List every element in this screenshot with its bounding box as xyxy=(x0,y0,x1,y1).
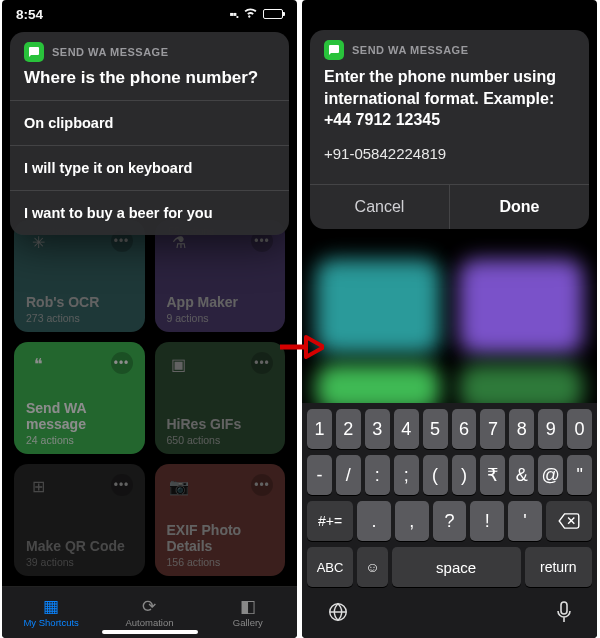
svg-rect-1 xyxy=(561,602,567,614)
key-7[interactable]: 7 xyxy=(480,409,505,449)
key-2[interactable]: 2 xyxy=(336,409,361,449)
more-icon[interactable]: ••• xyxy=(111,474,133,496)
key-abc[interactable]: ABC xyxy=(307,547,353,587)
key-8[interactable]: 8 xyxy=(509,409,534,449)
card-sub: 273 actions xyxy=(26,312,133,324)
arrow-icon xyxy=(278,335,324,359)
tab-label: My Shortcuts xyxy=(23,617,78,628)
cellular-icon: ▪▪. xyxy=(229,7,238,21)
key-5[interactable]: 5 xyxy=(423,409,448,449)
key-)[interactable]: ) xyxy=(452,455,477,495)
card-sub: 156 actions xyxy=(167,556,274,568)
gallery-icon: ◧ xyxy=(240,598,256,615)
card-title: EXIF Photo Details xyxy=(167,522,274,554)
key-@[interactable]: @ xyxy=(538,455,563,495)
key-'[interactable]: ' xyxy=(508,501,542,541)
status-icons: ▪▪. xyxy=(229,7,283,21)
status-time: 8:54 xyxy=(16,7,43,22)
key-/[interactable]: / xyxy=(336,455,361,495)
shortcuts-icon: ▦ xyxy=(43,598,59,615)
key-emoji[interactable]: ☺ xyxy=(357,547,388,587)
done-button[interactable]: Done xyxy=(450,185,589,229)
home-indicator[interactable] xyxy=(102,630,198,634)
card-sub: 24 actions xyxy=(26,434,133,446)
quote-icon: ❝ xyxy=(26,352,50,376)
gif-icon: ▣ xyxy=(167,352,191,376)
wifi-icon xyxy=(243,7,258,21)
more-icon[interactable]: ••• xyxy=(111,352,133,374)
key-9[interactable]: 9 xyxy=(538,409,563,449)
sheet-app-name: SEND WA MESSAGE xyxy=(352,44,469,56)
key-1[interactable]: 1 xyxy=(307,409,332,449)
sheet-app-name: SEND WA MESSAGE xyxy=(52,46,169,58)
automation-icon: ⟳ xyxy=(142,598,156,615)
keyboard: 1234567890 -/:;()₹&@" #+= .,?!' ABC ☺ sp… xyxy=(302,403,597,638)
key-backspace[interactable] xyxy=(546,501,592,541)
phone-input[interactable]: +91-05842224819 xyxy=(310,141,589,184)
camera-icon: 📷 xyxy=(167,474,191,498)
key-.[interactable]: . xyxy=(357,501,391,541)
phone-right: SEND WA MESSAGE Enter the phone number u… xyxy=(302,0,597,638)
key-,[interactable]: , xyxy=(395,501,429,541)
whatsapp-icon xyxy=(324,40,344,60)
cancel-button[interactable]: Cancel xyxy=(310,185,450,229)
card-title: Send WA message xyxy=(26,400,133,432)
key-3[interactable]: 3 xyxy=(365,409,390,449)
card-title: App Maker xyxy=(167,294,274,310)
tab-label: Gallery xyxy=(233,617,263,628)
key-return[interactable]: return xyxy=(525,547,592,587)
card-title: HiRes GIFs xyxy=(167,416,274,432)
globe-icon[interactable] xyxy=(327,601,349,628)
qr-icon: ⊞ xyxy=(26,474,50,498)
card-sub: 39 actions xyxy=(26,556,133,568)
phone-left: 8:54 ▪▪. ✳••• Rob's OCR273 actions ⚗••• … xyxy=(2,0,297,638)
card-sub: 9 actions xyxy=(167,312,274,324)
tab-my-shortcuts[interactable]: ▦ My Shortcuts xyxy=(2,587,100,638)
key-:[interactable]: : xyxy=(365,455,390,495)
input-sheet: SEND WA MESSAGE Enter the phone number u… xyxy=(310,30,589,229)
status-bar: 8:54 ▪▪. xyxy=(2,0,297,28)
key-?[interactable]: ? xyxy=(433,501,467,541)
shortcut-card[interactable]: ▣••• HiRes GIFs650 actions xyxy=(155,342,286,454)
svg-marker-3 xyxy=(306,337,324,357)
tab-gallery[interactable]: ◧ Gallery xyxy=(199,587,297,638)
shortcut-card-send-wa[interactable]: ❝••• Send WA message24 actions xyxy=(14,342,145,454)
shortcuts-grid: ✳••• Rob's OCR273 actions ⚗••• App Maker… xyxy=(2,210,297,586)
key-space[interactable]: space xyxy=(392,547,521,587)
key-4[interactable]: 4 xyxy=(394,409,419,449)
more-icon[interactable]: ••• xyxy=(251,352,273,374)
card-title: Rob's OCR xyxy=(26,294,133,310)
battery-icon xyxy=(263,9,283,19)
option-keyboard[interactable]: I will type it on keyboard xyxy=(10,145,289,190)
tab-label: Automation xyxy=(125,617,173,628)
prompt-sheet: SEND WA MESSAGE Where is the phone numbe… xyxy=(10,32,289,235)
mic-icon[interactable] xyxy=(556,601,572,628)
key-6[interactable]: 6 xyxy=(452,409,477,449)
sheet-title: Where is the phone number? xyxy=(10,62,289,100)
key-shift[interactable]: #+= xyxy=(307,501,353,541)
key-;[interactable]: ; xyxy=(394,455,419,495)
key-₹[interactable]: ₹ xyxy=(480,455,505,495)
card-title: Make QR Code xyxy=(26,538,133,554)
key-&[interactable]: & xyxy=(509,455,534,495)
option-clipboard[interactable]: On clipboard xyxy=(10,100,289,145)
more-icon[interactable]: ••• xyxy=(251,474,273,496)
shortcut-card[interactable]: ⊞••• Make QR Code39 actions xyxy=(14,464,145,576)
whatsapp-icon xyxy=(24,42,44,62)
key-0[interactable]: 0 xyxy=(567,409,592,449)
key-([interactable]: ( xyxy=(423,455,448,495)
option-beer[interactable]: I want to buy a beer for you xyxy=(10,190,289,235)
key-"[interactable]: " xyxy=(567,455,592,495)
key-![interactable]: ! xyxy=(470,501,504,541)
card-sub: 650 actions xyxy=(167,434,274,446)
shortcut-card[interactable]: 📷••• EXIF Photo Details156 actions xyxy=(155,464,286,576)
sheet-title: Enter the phone number using internation… xyxy=(310,60,589,141)
key--[interactable]: - xyxy=(307,455,332,495)
